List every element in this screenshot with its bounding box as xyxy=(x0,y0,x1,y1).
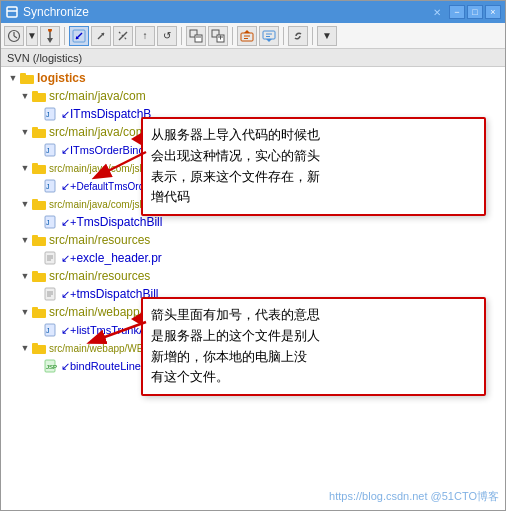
resources1-label: src/main/resources xyxy=(49,233,150,247)
folder-icon-logistics xyxy=(19,70,35,86)
folder-icon-web xyxy=(31,196,47,212)
sep5 xyxy=(312,27,313,45)
dropdown1-button[interactable]: ▼ xyxy=(26,26,38,46)
synchronize-window: Synchronize ✕ − □ × ▼ xyxy=(0,0,506,511)
file-icon-TmsDispatch2: J xyxy=(43,214,59,230)
close-button[interactable]: × xyxy=(485,5,501,19)
outgoing-button[interactable] xyxy=(91,26,111,46)
expand-all-button[interactable] xyxy=(208,26,228,46)
svg-marker-6 xyxy=(47,38,53,43)
toggle-resources1[interactable]: ▼ xyxy=(19,234,31,246)
title-bar: Synchronize ✕ − □ × xyxy=(1,1,505,23)
toggle-web[interactable]: ▼ xyxy=(19,198,31,210)
main-content: SVN (/logistics) ▼ logistics ▼ src/main/ xyxy=(1,49,505,510)
svg-rect-26 xyxy=(263,31,275,39)
tree-row-excle[interactable]: ▶ ↙+ excle_header.pr xyxy=(1,249,505,267)
sep1 xyxy=(64,27,65,45)
file-icon-listTmsTrunk: J xyxy=(43,322,59,338)
maximize-button[interactable]: □ xyxy=(467,5,483,19)
incoming-arrow-5: ↙+ xyxy=(61,252,76,265)
window-icon xyxy=(5,5,19,19)
folder-icon-resources1 xyxy=(31,232,47,248)
toggle-resources2[interactable]: ▼ xyxy=(19,270,31,282)
commit-all-button[interactable] xyxy=(237,26,257,46)
menu-button[interactable]: ▼ xyxy=(317,26,337,46)
incoming-arrow-8: ↙ xyxy=(61,360,70,373)
svg-rect-31 xyxy=(20,73,26,77)
title-text: Synchronize xyxy=(23,5,433,19)
folder-icon-impl xyxy=(31,160,47,176)
toggle-impl[interactable]: ▼ xyxy=(19,162,31,174)
incoming-arrow-7: ↙+ xyxy=(61,324,76,337)
tree-row-resources1[interactable]: ▼ src/main/resources xyxy=(1,231,505,249)
svg-rect-55 xyxy=(32,271,38,275)
toggle-logistics[interactable]: ▼ xyxy=(7,72,19,84)
folder-icon-resources2 xyxy=(31,268,47,284)
refresh-button[interactable]: ↺ xyxy=(157,26,177,46)
sep3 xyxy=(232,27,233,45)
incoming-arrow-4: ↙+ xyxy=(61,216,76,229)
svg-rect-65 xyxy=(32,343,38,347)
toggle-src1[interactable]: ▼ xyxy=(19,90,31,102)
conflicts-button[interactable] xyxy=(113,26,133,46)
TmsDispatch1-label: ITmsDispatchB xyxy=(70,107,151,121)
src1-label: src/main/java/com xyxy=(49,89,146,103)
svg-rect-16 xyxy=(195,35,202,42)
svg-text:JSP: JSP xyxy=(46,364,57,370)
window-controls: − □ × xyxy=(449,5,501,19)
svg-marker-23 xyxy=(244,30,250,33)
file-icon-tmsDispatch xyxy=(43,286,59,302)
folder-icon-src2 xyxy=(31,124,47,140)
incoming-arrow-2: ↙ xyxy=(61,144,70,157)
incoming-button[interactable] xyxy=(69,26,89,46)
svg-line-4 xyxy=(14,36,17,38)
svg-rect-0 xyxy=(7,7,17,17)
file-icon-TmsOrderBind1: J xyxy=(43,142,59,158)
svg-marker-27 xyxy=(266,39,272,42)
svg-rect-61 xyxy=(32,307,38,311)
svg-rect-37 xyxy=(32,127,38,131)
schedule-button[interactable] xyxy=(4,26,24,46)
file-icon-DefaultTms: J xyxy=(43,178,59,194)
file-icon-bindRouteLine: JSP xyxy=(43,358,59,374)
toolbar: ▼ ↑ ↺ xyxy=(1,23,505,49)
svg-rect-45 xyxy=(32,199,38,203)
sep2 xyxy=(181,27,182,45)
minimize-button[interactable]: − xyxy=(449,5,465,19)
svg-rect-49 xyxy=(32,235,38,239)
callout-box-2: 箭头里面有加号，代表的意思是服务器上的这个文件是别人新增的，你本地的电脑上没有这… xyxy=(141,297,486,396)
toggle-webinf[interactable]: ▼ xyxy=(19,342,31,354)
tree-row-src1[interactable]: ▼ src/main/java/com xyxy=(1,87,505,105)
tree-row-logistics[interactable]: ▼ logistics xyxy=(1,69,505,87)
incoming-arrow-3: ↙+ xyxy=(61,180,76,193)
svg-text:J: J xyxy=(46,147,50,154)
file-icon-excle xyxy=(43,250,59,266)
toggle-webapp1[interactable]: ▼ xyxy=(19,306,31,318)
collapse-all-button[interactable] xyxy=(186,26,206,46)
callout-box-1: 从服务器上导入代码的时候也会出现这种情况，实心的箭头表示，原来这个文件存在，新增… xyxy=(141,117,486,216)
svg-text:J: J xyxy=(46,183,50,190)
excle-label: excle_header.pr xyxy=(76,251,161,265)
pin-button[interactable] xyxy=(40,26,60,46)
svg-rect-22 xyxy=(241,33,253,41)
tree-row-resources2[interactable]: ▼ src/main/resources xyxy=(1,267,505,285)
folder-icon-webinf xyxy=(31,340,47,356)
incoming-arrow-1: ↙ xyxy=(61,108,70,121)
svg-rect-41 xyxy=(32,163,38,167)
toggle-src2[interactable]: ▼ xyxy=(19,126,31,138)
svg-point-7 xyxy=(48,29,52,32)
link-button[interactable] xyxy=(288,26,308,46)
TmsDispatch2-label: TmsDispatchBill xyxy=(76,215,162,229)
watermark: https://blog.csdn.net @51CTO博客 xyxy=(329,489,499,504)
resources2-label: src/main/resources xyxy=(49,269,150,283)
callout-2-text: 箭头里面有加号，代表的意思是服务器上的这个文件是别人新增的，你本地的电脑上没有这… xyxy=(151,307,320,384)
sep4 xyxy=(283,27,284,45)
svg-text:J: J xyxy=(46,327,50,334)
tree-area[interactable]: ▼ logistics ▼ src/main/java/com ▶ xyxy=(1,67,505,510)
update-all-button[interactable] xyxy=(259,26,279,46)
svg-text:J: J xyxy=(46,219,50,226)
up-button[interactable]: ↑ xyxy=(135,26,155,46)
svg-text:J: J xyxy=(46,111,50,118)
tab-indicator: ✕ xyxy=(433,7,441,18)
file-icon-TmsDispatch1: J xyxy=(43,106,59,122)
